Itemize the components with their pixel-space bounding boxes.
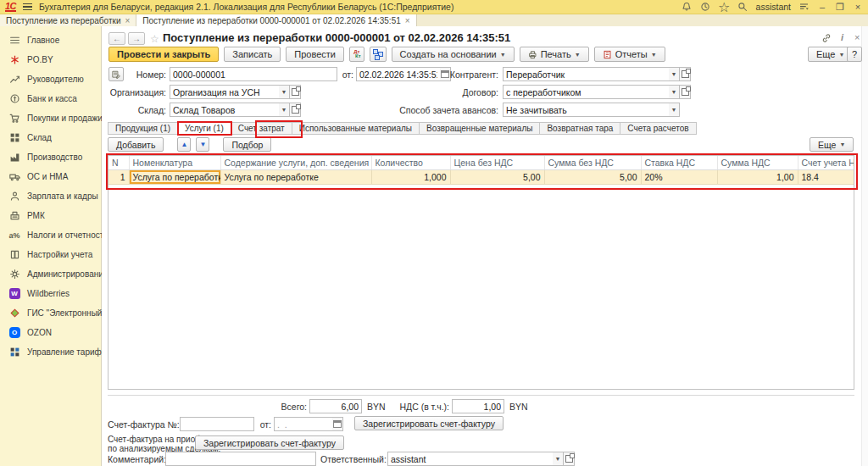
- invoice-date-input[interactable]: [274, 417, 333, 431]
- sidebar-item-tariff[interactable]: Управление тарифом: [0, 342, 101, 362]
- window-tab-processing-document[interactable]: Поступление из переработки 0000-000001 о…: [136, 14, 416, 26]
- sidebar-item-rmk[interactable]: РМК: [0, 206, 101, 225]
- minimize-icon[interactable]: –: [817, 2, 827, 12]
- register-invoice-button[interactable]: Зарегистрировать счет-фактуру: [354, 416, 504, 430]
- organization-input[interactable]: [170, 85, 280, 99]
- number-input[interactable]: [170, 67, 337, 81]
- cell-quantity[interactable]: 1,000: [371, 170, 450, 185]
- move-down-button[interactable]: ▼: [196, 137, 209, 152]
- print-button[interactable]: Печать▼: [520, 47, 589, 62]
- services-table[interactable]: N Номенклатура Содержание услуги, доп. с…: [108, 155, 854, 390]
- warehouse-open-button[interactable]: [290, 103, 301, 117]
- back-button[interactable]: ←: [108, 32, 125, 45]
- sidebar-item-fixed-assets[interactable]: ОС и НМА: [0, 167, 101, 186]
- contract-open-button[interactable]: [680, 85, 691, 99]
- move-up-button[interactable]: ▲: [177, 137, 191, 152]
- cell-nomenclature-selected[interactable]: Услуга по переработке: [129, 170, 220, 185]
- add-row-button[interactable]: Добавить: [108, 137, 164, 152]
- sidebar-item-warehouse[interactable]: Склад: [0, 128, 101, 147]
- comment-input[interactable]: [165, 452, 316, 466]
- column-header[interactable]: Цена без НДС: [450, 156, 544, 170]
- favorites-star-icon[interactable]: ☆: [719, 2, 730, 13]
- tab-products[interactable]: Продукция (1): [108, 122, 178, 135]
- tab-settlement-accounts[interactable]: Счета расчетов: [620, 122, 696, 135]
- advance-offset-input[interactable]: [503, 103, 670, 117]
- organization-dropdown-button[interactable]: ▼: [279, 85, 290, 99]
- sidebar-item-poby[interactable]: PO.BY: [0, 50, 101, 69]
- column-header[interactable]: Количество: [371, 156, 450, 170]
- document-structure-button[interactable]: [370, 47, 387, 62]
- current-user-label[interactable]: assistant: [756, 2, 791, 12]
- contractor-dropdown-button[interactable]: ▼: [669, 67, 680, 81]
- window-tab-processing-list[interactable]: Поступление из переработки ×: [0, 14, 136, 26]
- sidebar-item-wildberries[interactable]: W Wildberries: [0, 284, 101, 303]
- responsible-open-button[interactable]: [564, 452, 575, 466]
- post-button[interactable]: Провести: [286, 47, 344, 62]
- sidebar-item-taxes[interactable]: а% Налоги и отчетность: [0, 225, 101, 245]
- cell-vat-sum[interactable]: 1,00: [717, 170, 798, 185]
- column-header[interactable]: Сумма без НДС: [544, 156, 641, 170]
- cell-price-wo-vat[interactable]: 5,00: [450, 170, 544, 185]
- table-row[interactable]: 1 Услуга по переработке Услуга по перера…: [108, 170, 854, 185]
- vat-total-input[interactable]: [452, 399, 504, 413]
- register-purchase-invoice-button[interactable]: Зарегистрировать счет-фактуру: [195, 435, 344, 450]
- close-form-icon[interactable]: ×: [854, 32, 860, 42]
- sidebar-item-bank-cash[interactable]: Банк и касса: [0, 89, 101, 108]
- sidebar-item-salary-hr[interactable]: Зарплата и кадры: [0, 186, 101, 206]
- warehouse-input[interactable]: [170, 103, 280, 117]
- table-more-button[interactable]: Еще▼: [810, 137, 854, 152]
- sidebar-item-purchases-sales[interactable]: Покупки и продажи: [0, 108, 101, 128]
- responsible-dropdown-button[interactable]: ▼: [553, 452, 564, 466]
- forward-button[interactable]: →: [128, 32, 145, 45]
- sidebar-item-accounting-settings[interactable]: Настройки учета: [0, 245, 101, 264]
- write-button[interactable]: Записать: [224, 47, 281, 62]
- contract-dropdown-button[interactable]: ▼: [669, 85, 680, 99]
- pick-button[interactable]: Подбор: [223, 137, 271, 152]
- warehouse-dropdown-button[interactable]: ▼: [279, 103, 290, 117]
- tab-returned-materials[interactable]: Возвращенные материалы: [420, 122, 540, 135]
- favorite-star-icon[interactable]: ☆: [150, 33, 159, 45]
- sidebar-item-main[interactable]: Главное: [0, 31, 101, 50]
- sidebar-item-gis[interactable]: ГИС "Электронный знак": [0, 303, 101, 323]
- advance-dropdown-button[interactable]: ▼: [669, 103, 680, 117]
- responsible-input[interactable]: [387, 452, 554, 466]
- link-icon[interactable]: [821, 33, 832, 45]
- close-tab-icon[interactable]: ×: [405, 16, 410, 25]
- tab-used-materials[interactable]: Использованные материалы: [292, 122, 420, 135]
- cell-sum-wo-vat[interactable]: 5,00: [544, 170, 641, 185]
- close-window-icon[interactable]: ×: [853, 2, 863, 12]
- tab-cost-account[interactable]: Счет затрат: [231, 122, 292, 135]
- contractor-input[interactable]: [503, 67, 670, 81]
- cell-vat-account[interactable]: 18.4: [798, 170, 854, 185]
- tab-returnable-packaging[interactable]: Возвратная тара: [540, 122, 620, 135]
- service-settings-icon[interactable]: [798, 2, 810, 13]
- sidebar-item-manager[interactable]: Руководителю: [0, 69, 101, 89]
- column-header[interactable]: Ставка НДС: [641, 156, 717, 170]
- close-tab-icon[interactable]: ×: [125, 16, 130, 25]
- notifications-bell-icon[interactable]: [682, 2, 693, 13]
- cell-line-number[interactable]: 1: [108, 170, 129, 185]
- search-icon[interactable]: [737, 2, 748, 13]
- contract-input[interactable]: [503, 85, 670, 99]
- document-number-settings-button[interactable]: [108, 67, 124, 81]
- invoice-calendar-button[interactable]: [332, 417, 343, 431]
- column-header[interactable]: N: [108, 156, 129, 170]
- column-header[interactable]: Номенклатура: [129, 156, 220, 170]
- column-header[interactable]: Сумма НДС: [717, 156, 798, 170]
- contractor-open-button[interactable]: [680, 67, 691, 81]
- create-based-on-button[interactable]: Создать на основании▼: [392, 47, 515, 62]
- cell-vat-rate[interactable]: 20%: [641, 170, 717, 185]
- sidebar-item-administration[interactable]: Администрирование: [0, 264, 101, 284]
- date-input[interactable]: [356, 67, 441, 81]
- tab-services[interactable]: Услуги (1): [178, 122, 231, 135]
- dtkt-postings-button[interactable]: ДтКт: [349, 47, 364, 62]
- column-header[interactable]: Содержание услуги, доп. сведения: [220, 156, 371, 170]
- main-menu-icon[interactable]: [23, 3, 32, 11]
- post-and-close-button[interactable]: Провести и закрыть: [108, 47, 219, 62]
- restore-icon[interactable]: ❐: [835, 2, 845, 13]
- organization-open-button[interactable]: [290, 85, 301, 99]
- invoice-number-input[interactable]: [180, 417, 254, 431]
- reports-button[interactable]: Отчеты▼: [594, 47, 665, 62]
- sidebar-item-production[interactable]: Производство: [0, 147, 101, 167]
- cell-service-content[interactable]: Услуга по переработке: [220, 170, 371, 185]
